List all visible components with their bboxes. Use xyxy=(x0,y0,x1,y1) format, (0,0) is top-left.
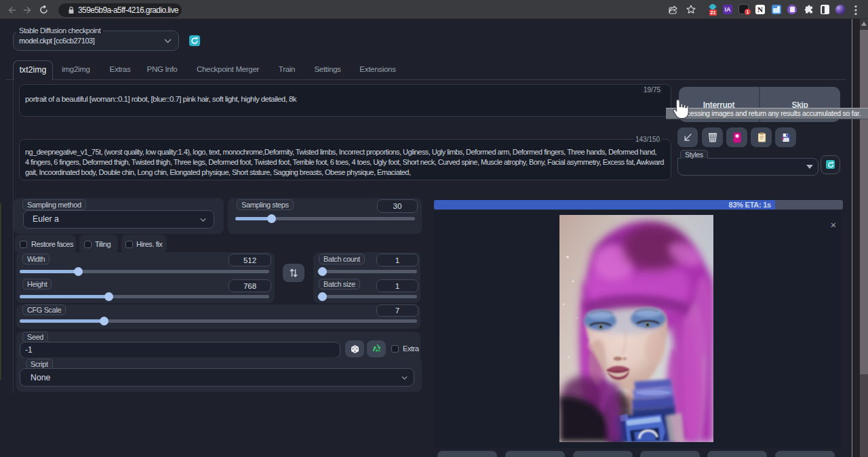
svg-text:21: 21 xyxy=(711,10,716,15)
